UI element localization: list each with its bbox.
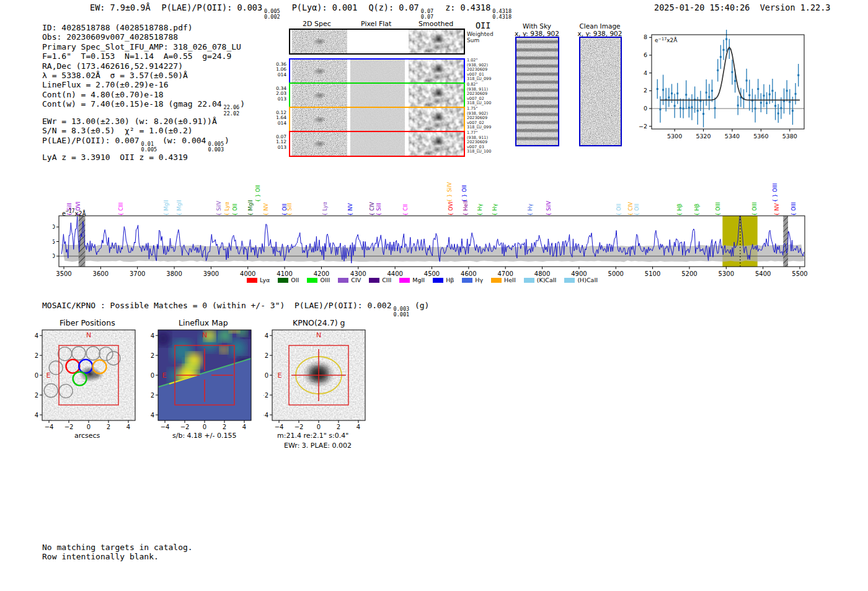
lineflux-map-xlabel: s/b: 4.18 +/- 0.155 [172, 432, 237, 440]
tick-label: 0 [644, 105, 647, 112]
legend-label: (K)CaII [537, 277, 557, 283]
cutout-row-weights: 0.361.06014 [272, 62, 286, 78]
tick-label: 0 [35, 372, 38, 379]
tick-label: 0 [317, 424, 321, 430]
line-marker-OII: { } OII [255, 185, 261, 202]
legend-swatch [247, 278, 257, 283]
tick-label: −4 [161, 424, 170, 430]
legend-swatch [369, 278, 379, 283]
cutout-row-weights: 0.071.12013 [272, 135, 286, 150]
tick-label: −2 [264, 392, 268, 399]
tick-label: 4 [644, 69, 647, 76]
tick-label: 4 [126, 424, 130, 430]
legend-label: Hβ [446, 277, 454, 283]
tick-label: 5000 [608, 270, 624, 277]
tick-label: 8 [644, 33, 647, 40]
cutout-cell [292, 132, 347, 156]
tick-label: 5500 [792, 270, 807, 277]
col-header-2dspec: 2D Spec [303, 20, 331, 28]
info-id: ID: 4028518788 (4028518788.pdf) [42, 23, 245, 32]
tick-label: 0.0 [53, 252, 55, 259]
timestamp: 2025-01-20 15:40:26 [654, 2, 750, 12]
cutout-cell [409, 84, 464, 107]
tick-label: 4 [35, 332, 38, 339]
cutout-2d-grid [289, 29, 465, 155]
masked-band [783, 216, 788, 267]
legend-item-MgII: MgII [399, 277, 425, 283]
gaussian-fit-curve [660, 47, 800, 100]
legend-swatch [433, 278, 443, 283]
tick-label: 6 [644, 51, 647, 58]
tick-label: 3500 [56, 270, 71, 277]
qz-value: Q(z): 0.070.070.07 [368, 2, 434, 20]
cutout-cell [350, 132, 405, 156]
tick-label: 2 [644, 87, 647, 94]
tick-label: 3600 [93, 270, 108, 277]
legend-item-Hγ: Hγ [462, 277, 483, 283]
tick-label: −2 [180, 424, 190, 430]
tick-label: 5340 [725, 133, 740, 140]
tick-label: 0 [265, 372, 268, 379]
inset-units-label: e−17x2Å [655, 37, 678, 43]
tick-label: 5400 [755, 270, 771, 277]
tick-label: −4 [275, 424, 284, 430]
legend-item-HeII: HeII [491, 277, 516, 283]
tick-label: 3800 [166, 270, 182, 277]
tick-label: 5320 [696, 133, 711, 140]
tick-label: 2 [337, 424, 340, 430]
line-marker-band: { SiII{ OVI{ CIII{ MgII{ MgII{ SiIV{ Lyα… [0, 160, 868, 216]
cutout-cell [292, 60, 347, 83]
tick-label: 4 [151, 332, 154, 339]
cutout-cell [292, 108, 347, 131]
tick-label: 2.5 [53, 238, 55, 245]
tick-label: 5300 [667, 133, 682, 140]
tick-label: 3700 [130, 270, 145, 277]
cutout-cell [350, 108, 405, 131]
tick-label: 5100 [645, 270, 660, 277]
info-obs: Obs: 20230609v007_4028518788 [42, 32, 245, 42]
tick-label: −2 [151, 392, 154, 399]
cutout-row-weights: 0.121.64014 [272, 110, 286, 126]
legend-label: CIII [382, 277, 391, 283]
tick-label: 5380 [782, 133, 797, 140]
info-plae-poii: P(LAE)/P(OII): 0.0070.010.005 (w: 0.0040… [42, 136, 245, 153]
legend-item-(H)CaII: (H)CaII [564, 277, 598, 283]
north-label: N [86, 331, 91, 339]
legend-label: OIII [320, 277, 330, 283]
tick-label: 5.0 [53, 223, 55, 230]
timestamp-version: 2025-01-20 15:40:26 Version 1.22.3 [654, 2, 831, 12]
cutout-cell [409, 30, 464, 53]
legend-label: CIV [351, 277, 361, 283]
legend-swatch [462, 278, 472, 283]
cutout-2d-left-labels: 0.361.060140.342.030130.121.640140.071.1… [272, 29, 288, 155]
legend-swatch [338, 278, 348, 283]
line-marker-OIII: { } OIII [772, 184, 778, 202]
line-marker-OII: { } OII [461, 185, 467, 202]
lineflux-map-plot: −4−2024−4−2024NE [151, 314, 262, 432]
kpno-xlabel: m:21.4 re:2.1" s:0.4" [277, 432, 348, 440]
fiber-positions-xlabel: arcsecs [74, 432, 100, 440]
east-label: E [46, 371, 51, 380]
legend-swatch [564, 278, 575, 283]
cutout-cell [409, 60, 464, 83]
cutout-cell [350, 84, 405, 107]
cutout-cell [292, 30, 347, 53]
line-fit-inset-chart: 53005320534053605380−202468e−17x2Å [636, 30, 817, 145]
legend-label: HeII [504, 277, 516, 283]
tick-label: 2 [223, 424, 226, 430]
info-primary-slot: Primary Spec_Slot_IFU_AMP: 318_026_078_L… [42, 42, 245, 51]
elixer-report-page: EW: 7.9±0.9Å P(LAE)/P(OII): 0.0030.0050.… [0, 0, 868, 591]
full-spectrum-chart: 3500360037003800390040004100420043004400… [53, 210, 818, 285]
spectrum-legend: LyαOIIOIIICIVCIIIMgIIHβHγHeII(K)CaII(H)C… [247, 277, 606, 283]
tick-label: 0 [203, 424, 206, 430]
tick-label: 5300 [719, 270, 734, 277]
tick-label: 0 [87, 424, 91, 430]
tick-label: 2 [265, 352, 268, 359]
tick-label: −2 [294, 424, 304, 430]
east-label: E [162, 371, 167, 380]
footer-line-1: No matching targets in catalog. [42, 543, 193, 552]
legend-label: Lyα [260, 277, 270, 283]
cutout-row-annotation: 1.77"(938, 911)20230609v007_03318_LU_100 [467, 131, 498, 154]
with-sky-title: With Sky x, y: 938, 902 [508, 22, 565, 37]
info-lineflux: LineFlux = 2.70(±0.29)e-16 [42, 80, 245, 89]
